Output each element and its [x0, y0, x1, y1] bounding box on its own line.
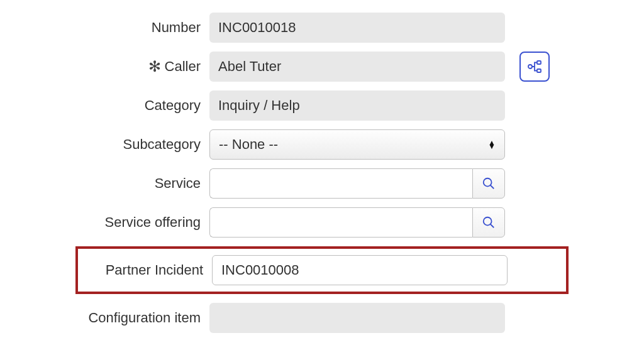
label-text-category: Category — [145, 97, 201, 114]
subcategory-value-text: -- None -- — [219, 136, 278, 153]
service-offering-lookup-button[interactable] — [472, 207, 505, 238]
caller-value-text: Abel Tuter — [218, 58, 281, 75]
label-text-caller: Caller — [165, 58, 201, 75]
label-text-number: Number — [152, 19, 201, 36]
row-partner-incident: Partner Incident — [78, 255, 566, 285]
svg-rect-2 — [537, 69, 541, 72]
label-caller: ✻ Caller — [0, 58, 209, 75]
label-text-service: Service — [155, 175, 201, 192]
svg-point-3 — [484, 178, 492, 187]
highlighted-partner-incident: Partner Incident — [75, 246, 569, 294]
category-value-text: Inquiry / Help — [218, 97, 300, 114]
label-text-configuration-item: Configuration item — [88, 310, 201, 326]
label-text-service-offering: Service offering — [105, 214, 201, 231]
required-asterisk-icon: ✻ — [148, 58, 161, 75]
select-arrows-icon: ▲▼ — [488, 141, 496, 148]
tree-icon — [527, 60, 542, 74]
label-number: Number — [0, 19, 209, 36]
row-service: Service — [0, 168, 644, 199]
label-partner-incident: Partner Incident — [78, 262, 212, 278]
label-configuration-item: Configuration item — [0, 310, 209, 326]
incident-form: Number INC0010018 ✻ Caller Abel Tuter — [0, 13, 644, 333]
number-value-text: INC0010018 — [218, 19, 296, 36]
row-subcategory: Subcategory -- None -- ▲▼ — [0, 129, 644, 160]
svg-line-6 — [491, 224, 494, 228]
search-icon — [482, 216, 496, 229]
label-text-subcategory: Subcategory — [123, 136, 201, 153]
number-value: INC0010018 — [209, 13, 505, 43]
row-category: Category Inquiry / Help — [0, 90, 644, 121]
svg-line-4 — [491, 185, 494, 189]
category-value[interactable]: Inquiry / Help — [209, 90, 505, 121]
row-number: Number INC0010018 — [0, 13, 644, 43]
row-caller: ✻ Caller Abel Tuter — [0, 52, 644, 82]
label-service-offering: Service offering — [0, 214, 209, 231]
service-input[interactable] — [209, 168, 472, 199]
search-icon — [482, 177, 496, 190]
label-service: Service — [0, 175, 209, 192]
caller-related-button[interactable] — [519, 52, 550, 82]
subcategory-select[interactable]: -- None -- ▲▼ — [209, 129, 505, 160]
svg-rect-1 — [537, 61, 541, 64]
configuration-item-value[interactable] — [209, 303, 505, 333]
label-text-partner-incident: Partner Incident — [106, 262, 203, 278]
service-lookup-button[interactable] — [472, 168, 505, 199]
label-subcategory: Subcategory — [0, 136, 209, 153]
partner-incident-input[interactable] — [212, 255, 508, 285]
row-configuration-item: Configuration item — [0, 303, 644, 333]
label-category: Category — [0, 97, 209, 114]
svg-point-5 — [484, 217, 492, 226]
caller-value[interactable]: Abel Tuter — [209, 52, 505, 82]
svg-point-0 — [528, 65, 532, 68]
service-offering-input[interactable] — [209, 207, 472, 238]
row-service-offering: Service offering — [0, 207, 644, 238]
